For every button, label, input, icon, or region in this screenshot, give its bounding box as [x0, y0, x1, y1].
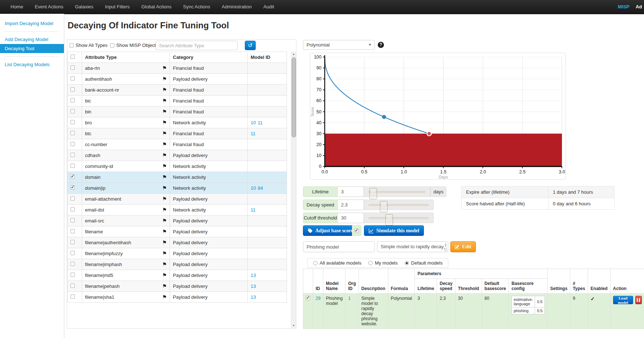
attribute-checkbox[interactable]	[70, 273, 75, 277]
attribute-row[interactable]: bin⚑Financial fraud	[68, 106, 287, 117]
cutoff-threshold-slider-track[interactable]	[368, 217, 429, 219]
scrollbar-thumb[interactable]	[292, 57, 296, 137]
attribute-checkbox[interactable]	[70, 218, 75, 222]
model-row[interactable]: 29Phishing model1Simple model to rapidly…	[303, 294, 644, 329]
flag-icon[interactable]: ⚑	[162, 164, 167, 169]
nav-item-global-actions[interactable]: Global Actions	[135, 0, 177, 14]
attribute-row[interactable]: filename⚑Payload delivery	[68, 226, 287, 237]
flag-icon[interactable]: ⚑	[162, 109, 167, 114]
flag-icon[interactable]: ⚑	[162, 98, 167, 103]
attribute-checkbox[interactable]	[70, 207, 75, 212]
sidebar-item-import-decaying-model[interactable]: Import Decaying Model	[0, 19, 64, 28]
load-model-button[interactable]: Load model	[613, 296, 633, 304]
lifetime-slider-handle[interactable]	[369, 188, 377, 199]
flag-icon[interactable]: ⚑	[162, 196, 167, 201]
spinner-arrows-icon[interactable]: ▲▼	[445, 243, 447, 247]
attribute-checkbox[interactable]	[70, 164, 75, 168]
attribute-row[interactable]: bic⚑Financial fraud	[68, 96, 287, 106]
attribute-checkbox[interactable]	[70, 142, 75, 146]
filter-option-all-available-models[interactable]: All available models	[313, 260, 361, 266]
attribute-checkbox[interactable]	[70, 196, 75, 201]
cutoff-threshold-slider-handle[interactable]	[385, 214, 393, 225]
attribute-row[interactable]: filename|impfuzzy⚑Payload delivery	[68, 248, 287, 259]
attribute-checkbox[interactable]	[70, 229, 75, 233]
attribute-checkbox[interactable]	[70, 131, 75, 135]
model-id-link[interactable]: 13	[251, 283, 256, 289]
attribute-checkbox[interactable]	[70, 153, 75, 157]
model-id-link[interactable]: 11	[258, 120, 263, 125]
attribute-checkbox[interactable]	[70, 294, 75, 299]
lifetime-slider[interactable]	[364, 186, 430, 197]
model-id-link[interactable]: 10	[251, 120, 256, 125]
attribute-checkbox[interactable]	[70, 76, 75, 81]
radio-icon[interactable]	[368, 261, 373, 265]
search-input[interactable]	[155, 41, 238, 50]
cutoff-threshold-input[interactable]: 30	[338, 213, 364, 223]
adjust-base-score-button[interactable]: Adjust base score	[303, 225, 358, 236]
user-menu[interactable]: Ad	[636, 0, 642, 14]
help-icon[interactable]: ?	[378, 42, 384, 48]
attribute-row[interactable]: community-id⚑Network activity	[68, 161, 287, 172]
flag-icon[interactable]: ⚑	[162, 251, 167, 256]
attribute-row[interactable]: cdhash⚑Payload delivery	[68, 150, 287, 161]
flag-icon[interactable]: ⚑	[162, 131, 167, 136]
flag-icon[interactable]: ⚑	[162, 218, 167, 223]
attribute-row[interactable]: domain⚑Network activity	[68, 172, 287, 183]
nav-item-galaxies[interactable]: Galaxies	[69, 0, 99, 14]
model-id-link[interactable]: 11	[251, 131, 256, 136]
attribute-checkbox[interactable]	[70, 120, 75, 124]
decay-speed-slider-track[interactable]	[368, 204, 429, 206]
scrollbar-down-icon[interactable]: ▼	[291, 323, 296, 328]
decay-speed-slider[interactable]	[364, 200, 434, 210]
flag-icon[interactable]: ⚑	[162, 273, 167, 278]
flag-icon[interactable]: ⚑	[162, 283, 167, 289]
cutoff-threshold-slider[interactable]	[364, 213, 434, 223]
nav-item-sync-actions[interactable]: Sync Actions	[177, 0, 216, 14]
flag-icon[interactable]: ⚑	[162, 87, 167, 92]
flag-icon[interactable]: ⚑	[162, 153, 167, 158]
resize-grip-icon[interactable]	[444, 248, 447, 251]
attribute-row[interactable]: authentihash⚑Payload delivery	[68, 74, 287, 85]
attribute-checkbox[interactable]	[70, 87, 75, 92]
refresh-button[interactable]: ↺	[245, 41, 256, 50]
flag-icon[interactable]: ⚑	[162, 262, 167, 267]
show-misp-objects-checkbox[interactable]	[110, 43, 114, 48]
attribute-checkbox[interactable]	[70, 174, 75, 179]
show-misp-objects-option[interactable]: Show MISP Objects	[110, 43, 158, 48]
flag-icon[interactable]: ⚑	[162, 142, 167, 147]
select-all-checkbox[interactable]	[70, 55, 75, 59]
adjust-base-score-checkbox[interactable]	[355, 229, 359, 233]
lifetime-slider-track[interactable]	[368, 191, 426, 193]
model-id-link[interactable]: 29	[316, 296, 320, 301]
flag-icon[interactable]: ⚑	[162, 207, 167, 212]
attribute-checkbox[interactable]	[70, 283, 75, 288]
sidebar-item-add-decaying-model[interactable]: Add Decaying Model	[0, 35, 64, 44]
attribute-checkbox[interactable]	[70, 65, 75, 70]
attribute-checkbox[interactable]	[70, 240, 75, 244]
edit-model-button[interactable]: Edit	[450, 241, 476, 252]
attribute-row[interactable]: bro⚑Network activity1011	[68, 117, 287, 128]
model-name-input[interactable]	[303, 241, 375, 252]
sidebar-item-list-decaying-models[interactable]: List Decaying Models	[0, 60, 64, 69]
pause-model-button[interactable]	[635, 296, 642, 304]
attribute-checkbox[interactable]	[70, 262, 75, 266]
nav-item-administration[interactable]: Administration	[216, 0, 258, 14]
flag-icon[interactable]: ⚑	[162, 229, 167, 234]
simulate-model-button[interactable]: Simulate this model	[364, 225, 424, 236]
attribute-row[interactable]: filename|pehash⚑Payload delivery13	[68, 281, 287, 292]
show-all-types-option[interactable]: Show All Types	[69, 43, 108, 48]
filter-option-my-models[interactable]: My models	[368, 260, 398, 266]
model-id-link[interactable]: 13	[251, 273, 256, 278]
attribute-row[interactable]: btc⚑Financial fraud11	[68, 128, 287, 139]
nav-item-event-actions[interactable]: Event Actions	[29, 0, 69, 14]
attribute-row[interactable]: filename|sha1⚑Payload delivery13	[68, 292, 287, 303]
model-checkbox[interactable]	[306, 296, 310, 300]
flag-icon[interactable]: ⚑	[162, 240, 167, 245]
attribute-row[interactable]: bank-account-nr⚑Financial fraud	[68, 85, 287, 96]
model-id-link[interactable]: 11	[251, 207, 256, 213]
nav-item-audit[interactable]: Audit	[258, 0, 280, 14]
model-id-link[interactable]: 84	[258, 185, 263, 191]
radio-icon[interactable]	[405, 261, 409, 265]
decay-speed-slider-handle[interactable]	[380, 201, 388, 212]
flag-icon[interactable]: ⚑	[162, 76, 167, 81]
